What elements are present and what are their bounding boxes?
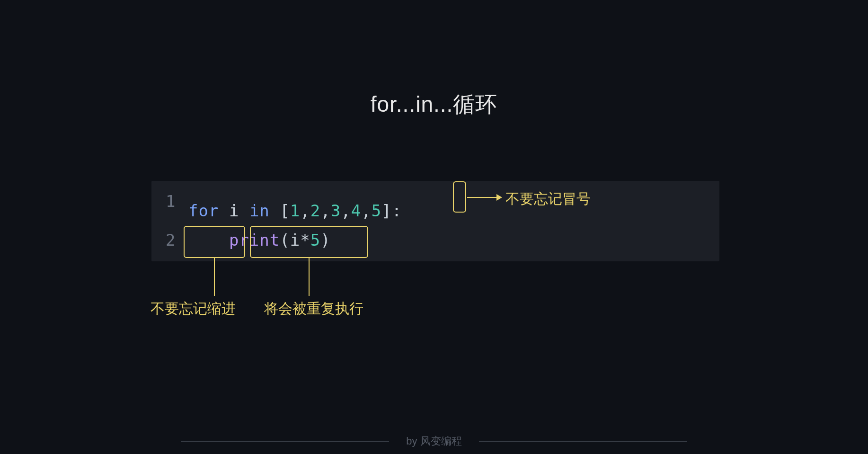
connector-line: [309, 258, 310, 296]
annotation-colon: 不要忘记冒号: [505, 189, 591, 209]
highlight-box-colon: [453, 181, 466, 213]
divider-line: [479, 441, 687, 442]
code-content: for i in [1,2,3,4,5]:: [188, 182, 402, 220]
divider-line: [181, 441, 389, 442]
annotation-indent: 不要忘记缩进: [151, 299, 236, 319]
annotation-print: 将会被重复执行: [264, 299, 363, 319]
connector-line: [467, 197, 496, 198]
line-number: 1: [166, 192, 188, 211]
slide-title: for...in...循环: [0, 90, 868, 119]
footer-text: by 风变编程: [406, 434, 461, 448]
code-line-1: 1 for i in [1,2,3,4,5]:: [166, 189, 402, 213]
footer: by 风变编程: [0, 434, 868, 448]
highlight-box-print: [250, 226, 368, 258]
connector-line: [214, 258, 215, 296]
arrow-right-icon: [496, 194, 502, 201]
highlight-box-indent: [184, 226, 245, 258]
